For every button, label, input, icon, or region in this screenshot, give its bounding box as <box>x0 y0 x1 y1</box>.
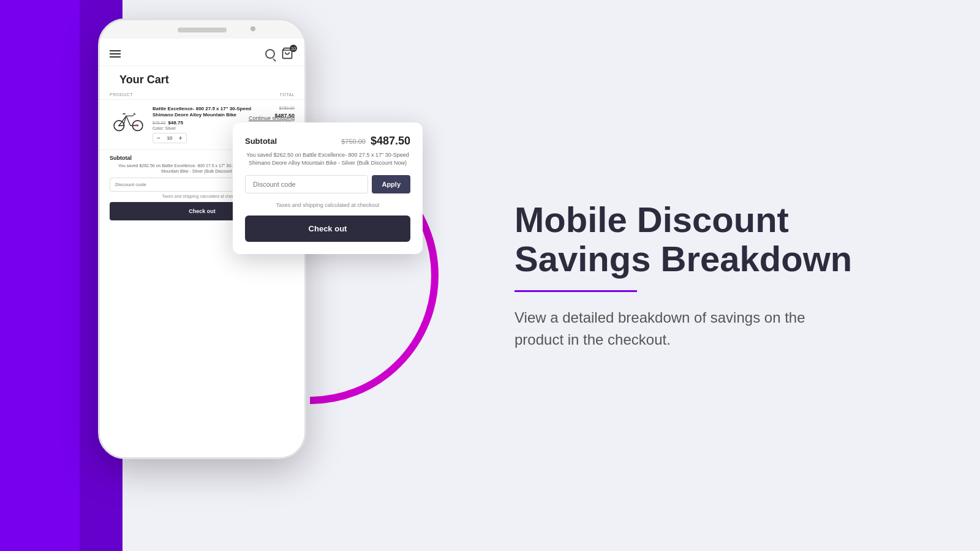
search-icon[interactable] <box>265 49 275 59</box>
phone-header: 10 <box>100 39 304 66</box>
quantity-decrease-button[interactable]: − <box>156 135 162 141</box>
cart-title: Your Cart <box>110 69 295 89</box>
title-line2: Savings Breakdown <box>514 239 852 279</box>
main-container: 10 Your Cart Continue shopping PRODUCT T… <box>0 0 980 551</box>
modal-apply-button[interactable]: Apply <box>372 175 410 193</box>
cart-badge[interactable]: 10 <box>281 47 295 61</box>
continue-shopping-link[interactable]: Continue shopping <box>249 115 295 121</box>
cart-table-header: PRODUCT TOTAL <box>100 90 304 100</box>
title-line1: Mobile Discount <box>514 200 789 239</box>
item-sale-price: $48.75 <box>168 120 183 126</box>
modal-discount-row: Apply <box>245 175 410 193</box>
modal-taxes-text: Taxes and shipping calculated at checkou… <box>245 202 410 208</box>
phone-area: 10 Your Cart Continue shopping PRODUCT T… <box>0 0 466 551</box>
phone-camera <box>251 26 255 31</box>
modal-checkout-button[interactable]: Check out <box>245 216 410 242</box>
modal-prices: $750.00 $487.50 <box>341 135 410 148</box>
quantity-value: 10 <box>165 135 174 141</box>
modal-discount-code-input[interactable] <box>245 175 368 193</box>
modal-card: Subtotal $750.00 $487.50 You saved $262.… <box>233 122 423 254</box>
product-column-header: PRODUCT <box>110 92 133 97</box>
quantity-increase-button[interactable]: + <box>178 135 184 141</box>
hamburger-icon[interactable] <box>110 50 121 58</box>
modal-sale-price: $487.50 <box>371 135 410 148</box>
main-title: Mobile Discount Savings Breakdown <box>514 200 931 279</box>
item-original-price: $75.00 <box>153 121 165 125</box>
item-quantity-control[interactable]: − 10 + <box>153 133 187 143</box>
bike-image: battle <box>110 106 146 137</box>
modal-subtotal-label: Subtotal <box>245 137 277 146</box>
main-description: View a detailed breakdown of savings on … <box>514 307 809 351</box>
subtotal-label: Subtotal <box>110 155 132 161</box>
total-column-header: TOTAL <box>280 92 295 97</box>
phone-notch <box>178 28 227 32</box>
modal-subtotal-row: Subtotal $750.00 $487.50 <box>245 135 410 148</box>
right-content: Mobile Discount Savings Breakdown View a… <box>466 163 980 388</box>
header-icons: 10 <box>265 47 295 61</box>
svg-text:battle: battle <box>135 124 138 126</box>
cart-count: 10 <box>290 45 297 52</box>
title-underline-decoration <box>514 290 637 292</box>
item-total-original-price: $750.00 <box>274 106 295 110</box>
modal-savings-text: You saved $262.50 on Battle Excellence- … <box>245 151 410 167</box>
modal-original-price: $750.00 <box>341 138 366 145</box>
